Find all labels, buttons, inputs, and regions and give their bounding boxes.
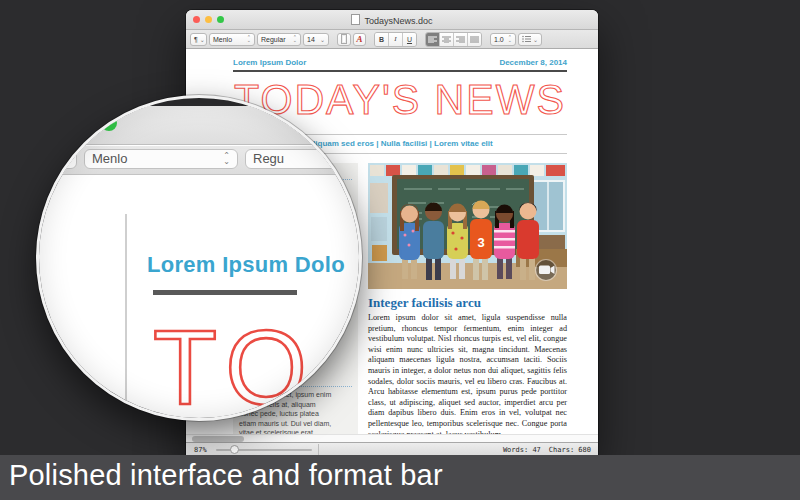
align-left-button[interactable] [426, 33, 440, 46]
word-count: Words: 47 [503, 446, 541, 454]
pilcrow-icon: ¶ [43, 151, 50, 166]
media-badge-icon [536, 260, 557, 281]
magnified-minimize-button [71, 115, 87, 131]
masthead-right: December 8, 2014 [499, 58, 567, 67]
magnifier-loupe: ¶ ⌄ Menlo ⌃⌄ Regu Lorem Ipsum Dolo TO [36, 95, 362, 421]
alphabet-cards [370, 165, 565, 176]
magnified-zoom-button [101, 115, 117, 131]
magnified-masthead-text: Lorem Ipsum Dolo [147, 252, 345, 278]
font-color-button[interactable]: A [353, 33, 366, 46]
newsletter-masthead: Lorem Ipsum Dolor December 8, 2014 [233, 58, 567, 67]
magnified-paragraph-dropdown: ¶ ⌄ [36, 149, 77, 169]
document-icon [351, 14, 360, 25]
align-justify-icon [470, 36, 479, 43]
window-titlebar[interactable]: TodaysNews.doc [186, 10, 598, 30]
chevron-down-icon: ⌄ [54, 154, 62, 164]
caption-bar: Polished interface and format bar [0, 455, 800, 500]
line-spacing-stepper[interactable]: 1.0 ⌃⌄ [490, 33, 516, 46]
font-color-a: A [357, 34, 363, 44]
format-bar: ¶ ⌄ Menlo ⌃⌄ Regular ⌃⌄ 14 ⌄ A [186, 30, 598, 49]
magnified-font-value: Menlo [92, 151, 127, 166]
color-swatch [341, 34, 347, 44]
article-body: Lorem ipsum dolor sit amet, ligula suspe… [368, 313, 567, 434]
font-size-select[interactable]: 14 ⌄ [303, 33, 329, 46]
article-column: 3 [368, 163, 567, 434]
alignment-group [425, 32, 482, 47]
align-right-icon [456, 36, 465, 43]
bullet-list-icon [522, 35, 531, 43]
status-bar: 87% Words: 47 Chars: 680 [186, 442, 598, 456]
align-right-button[interactable] [454, 33, 468, 46]
stepper-icon: ⌃⌄ [223, 153, 230, 164]
italic-button[interactable]: I [389, 33, 403, 46]
stepper-icon: ⌃⌄ [508, 36, 512, 43]
font-style-value: Regular [261, 36, 286, 43]
bold-italic-underline-group: B I U [374, 32, 417, 47]
screenshot-stage: TodaysNews.doc ¶ ⌄ Menlo ⌃⌄ Regular ⌃⌄ 1… [0, 0, 800, 500]
article-heading: Integer facilisis arcu [368, 295, 481, 311]
magnified-style-value: Regu [253, 151, 284, 166]
align-center-icon [442, 36, 451, 43]
caption-text: Polished interface and format bar [9, 459, 443, 492]
chevron-down-icon: ⌄ [533, 36, 538, 43]
jersey-number: 3 [477, 235, 484, 250]
paragraph-style-dropdown[interactable]: ¶ ⌄ [190, 33, 207, 46]
stepper-icon: ⌃⌄ [247, 36, 251, 43]
sidebar-line: etiam mauris ut. Dui vel diam, [239, 419, 352, 429]
masthead-rule [233, 70, 567, 72]
masthead-left: Lorem Ipsum Dolor [233, 58, 306, 67]
magnified-close-button [41, 115, 57, 131]
stepper-icon: ⌃⌄ [293, 36, 297, 43]
magnified-margin-guide [125, 214, 127, 421]
font-style-select[interactable]: Regular ⌃⌄ [257, 33, 301, 46]
classroom-photo: 3 [368, 163, 567, 289]
zoom-slider-knob[interactable] [230, 445, 239, 454]
magnified-window: ¶ ⌄ Menlo ⌃⌄ Regu Lorem Ipsum Dolo TO [36, 106, 362, 421]
line-spacing-value: 1.0 [494, 36, 504, 43]
underline-button[interactable]: U [403, 33, 416, 46]
chevron-down-icon: ⌄ [320, 36, 325, 43]
font-family-value: Menlo [213, 36, 232, 43]
align-left-icon [428, 36, 437, 43]
magnified-font-select: Menlo ⌃⌄ [84, 149, 238, 169]
align-center-button[interactable] [440, 33, 454, 46]
list-style-dropdown[interactable]: ⌄ [518, 33, 542, 46]
highlight-color-well[interactable] [337, 33, 351, 46]
bold-button[interactable]: B [375, 33, 389, 46]
align-justify-button[interactable] [468, 33, 481, 46]
magnified-format-bar: ¶ ⌄ Menlo ⌃⌄ Regu [36, 146, 362, 175]
char-count: Chars: 680 [549, 446, 591, 454]
font-family-select[interactable]: Menlo ⌃⌄ [209, 33, 255, 46]
statusbar-divider [318, 444, 319, 455]
window-title: TodaysNews.doc [186, 14, 598, 26]
pilcrow-icon: ¶ [194, 36, 198, 43]
newsletter-title: TODAY'S NEWS [234, 76, 566, 123]
font-size-value: 14 [307, 36, 315, 43]
zoom-percent: 87% [194, 446, 207, 454]
chevron-down-icon: ⌄ [200, 36, 205, 43]
